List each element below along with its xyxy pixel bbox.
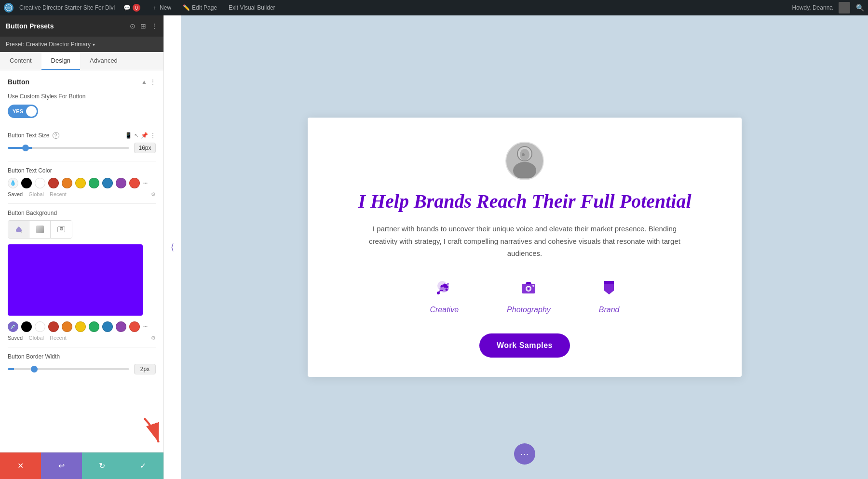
svg-point-19 <box>528 288 529 290</box>
bg-swatch-purple[interactable] <box>116 321 126 332</box>
bg-saved-colors[interactable]: Saved <box>8 335 23 341</box>
comment-count[interactable]: 💬 0 <box>121 4 143 12</box>
site-name[interactable]: Creative Director Starter Site For Divi <box>19 4 115 11</box>
text-size-slider[interactable] <box>8 147 129 149</box>
bg-type-row: 🖼 <box>8 220 72 239</box>
bg-image-btn[interactable]: 🖼 <box>51 221 72 238</box>
more-colors-button[interactable]: ··· <box>143 178 147 188</box>
svg-point-6 <box>522 153 525 156</box>
bg-swatch-red[interactable] <box>48 321 59 332</box>
color-swatch-green[interactable] <box>89 178 99 188</box>
bg-recent-colors[interactable]: Recent <box>50 335 67 341</box>
bg-global-colors[interactable]: Global <box>28 335 44 341</box>
admin-bar: Creative Director Starter Site For Divi … <box>0 0 868 15</box>
cursor-icon[interactable]: ↖ <box>134 132 139 139</box>
admin-bar-right: Howdy, Deanna 🔍 <box>792 2 865 13</box>
avatar[interactable] <box>839 2 850 13</box>
main-layout: Button Presets ⊙ ⊞ ⋮ Preset: Creative Di… <box>0 15 868 479</box>
preset-chevron-icon: ▾ <box>93 42 95 47</box>
bg-swatch-green[interactable] <box>89 321 99 332</box>
divi-toggle-button[interactable]: ⟨ <box>164 15 181 479</box>
svg-point-13 <box>444 283 446 286</box>
services-row: Creative Photography <box>327 279 722 314</box>
color-swatch-yellow[interactable] <box>75 178 86 188</box>
tab-content[interactable]: Content <box>0 52 41 70</box>
layout-icon[interactable]: ⊞ <box>140 22 146 30</box>
divider-4 <box>8 347 156 347</box>
saved-colors[interactable]: Saved <box>8 191 23 197</box>
brand-icon <box>600 279 618 300</box>
tab-advanced[interactable]: Advanced <box>80 52 127 70</box>
color-swatch-blue[interactable] <box>102 178 113 188</box>
help-icon[interactable]: ? <box>53 132 59 139</box>
floating-menu-button[interactable]: ··· <box>514 443 535 465</box>
color-swatch-white[interactable] <box>35 178 45 188</box>
border-width-label: Button Border Width <box>8 353 156 360</box>
bg-swatch-yellow[interactable] <box>75 321 86 332</box>
wordpress-logo[interactable] <box>4 3 14 13</box>
bg-swatch-orange[interactable] <box>62 321 72 332</box>
focus-icon[interactable]: ⊙ <box>130 22 136 30</box>
mobile-icon[interactable]: 📱 <box>125 132 132 139</box>
text-size-value[interactable]: 16px <box>134 143 156 153</box>
service-creative: Creative <box>430 279 459 314</box>
tabs-bar: Content Design Advanced <box>0 52 163 70</box>
eyedropper-icon[interactable]: 💧 <box>8 178 18 188</box>
more-icon[interactable]: ⋮ <box>151 22 158 30</box>
options-icon[interactable]: ⋮ <box>150 79 156 85</box>
search-icon[interactable]: 🔍 <box>856 4 864 12</box>
redo-button[interactable]: ↻ <box>82 452 123 479</box>
cancel-button[interactable]: ✕ <box>0 452 41 479</box>
bg-color-preview[interactable] <box>8 244 143 316</box>
color-swatch-orange[interactable] <box>62 178 72 188</box>
bg-color-row: 💉 ··· Saved Global Recent <box>8 321 156 341</box>
new-button[interactable]: ＋ New <box>149 4 174 12</box>
color-settings-icon[interactable]: ⚙ <box>151 191 156 198</box>
border-width-slider[interactable] <box>8 368 129 370</box>
tab-design[interactable]: Design <box>41 52 80 70</box>
bg-gradient-btn[interactable] <box>29 221 51 238</box>
color-swatch-red[interactable] <box>48 178 59 188</box>
bg-swatch-crimson[interactable] <box>129 321 140 332</box>
cta-button[interactable]: Work Samples <box>479 333 570 358</box>
edit-page-button[interactable]: ✏️ Edit Page <box>180 4 220 11</box>
panel-title: Button Presets <box>6 22 54 30</box>
undo-button[interactable]: ↩ <box>41 452 82 479</box>
admin-bar-left: Creative Director Starter Site For Divi … <box>4 3 787 13</box>
bg-swatch-blue[interactable] <box>102 321 113 332</box>
bg-color-settings-icon[interactable]: ⚙ <box>151 335 156 341</box>
custom-styles-toggle[interactable]: YES <box>8 105 38 118</box>
section-header: Button ▲ ⋮ <box>8 78 156 86</box>
recent-colors[interactable]: Recent <box>50 191 67 197</box>
canvas-area: I Help Brands Reach Their Full Potential… <box>181 15 868 479</box>
border-width-value[interactable]: 2px <box>134 364 156 374</box>
bg-label: Button Background <box>8 210 156 216</box>
custom-styles-toggle-row: Use Custom Styles For Button YES <box>8 93 156 118</box>
save-button[interactable]: ✓ <box>122 452 163 479</box>
global-colors[interactable]: Global <box>28 191 44 197</box>
bg-color-btn[interactable] <box>8 221 29 238</box>
bg-swatch-white[interactable] <box>35 321 45 332</box>
creative-icon <box>435 279 453 300</box>
panel-header-icons: ⊙ ⊞ ⋮ <box>130 22 158 30</box>
device-icons: 📱 ↖ 📌 ⋮ <box>125 132 156 139</box>
exit-builder-button[interactable]: Exit Visual Builder <box>226 4 278 11</box>
bg-more-colors-button[interactable]: ··· <box>143 321 147 332</box>
bg-color-swatches: 💉 ··· <box>8 321 156 332</box>
bg-eyedropper-icon[interactable]: 💉 <box>8 321 18 332</box>
color-swatch-purple[interactable] <box>116 178 126 188</box>
text-color-label: Button Text Color <box>8 167 156 174</box>
text-size-slider-row: 16px <box>8 143 156 153</box>
collapse-icon[interactable]: ▲ <box>141 79 147 85</box>
preset-bar[interactable]: Preset: Creative Director Primary ▾ <box>0 37 163 52</box>
color-swatch-black[interactable] <box>21 178 32 188</box>
bg-color-meta: Saved Global Recent ⚙ <box>8 335 156 341</box>
toggle-label: Use Custom Styles For Button <box>8 93 156 101</box>
svg-point-12 <box>441 285 443 287</box>
color-swatch-crimson[interactable] <box>129 178 140 188</box>
pin-icon[interactable]: 📌 <box>141 132 148 139</box>
bg-swatch-black[interactable] <box>21 321 32 332</box>
color-meta: Saved Global Recent ⚙ <box>8 191 156 198</box>
more-options-icon[interactable]: ⋮ <box>150 132 156 139</box>
border-width-slider-row: 2px <box>8 364 156 374</box>
